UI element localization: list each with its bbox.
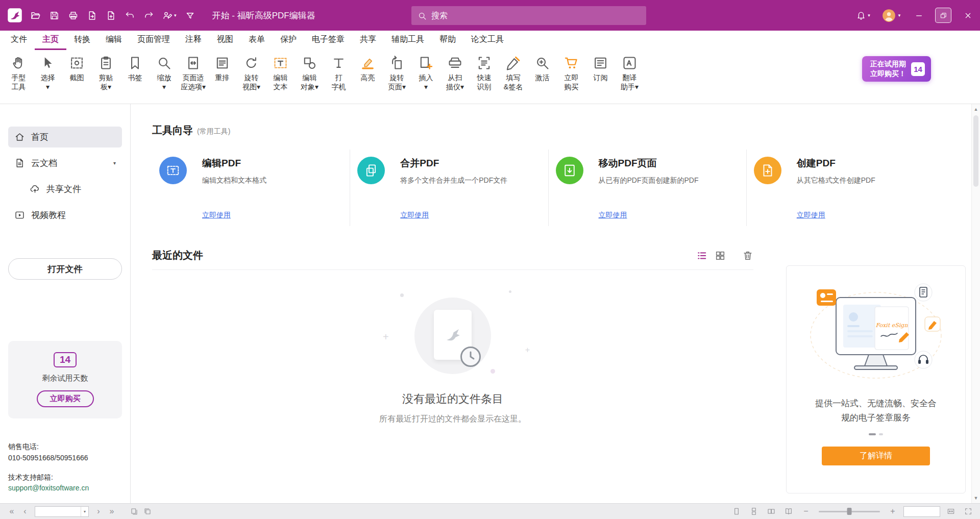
menu-item[interactable]: 页面管理 [130,31,178,50]
learn-more-button[interactable]: 了解详情 [822,447,930,465]
ribbon-tool[interactable]: 立即 购买 [557,54,586,92]
fullscreen-button[interactable] [962,505,975,517]
ribbon-tool[interactable]: 从扫 描仪▾ [440,54,470,92]
quick-action-button[interactable] [27,7,44,24]
continuous-view-button[interactable] [747,505,761,517]
menu-item[interactable]: 文件 [3,31,35,50]
page-dropdown-caret[interactable]: ▾ [81,507,88,516]
support-email-link[interactable]: support@foxitsoftware.cn [8,483,122,494]
minimize-button[interactable] [906,0,931,31]
list-view-button[interactable] [696,250,707,261]
ribbon-tool[interactable]: 选择 ▾ [33,54,62,92]
ribbon-tool[interactable]: 翻译 助手▾ [615,54,644,92]
use-now-link[interactable]: 立即使用 [599,211,627,220]
close-button[interactable] [955,0,980,31]
next-page-button[interactable]: › [92,505,105,517]
menu-item[interactable]: 编辑 [98,31,130,50]
quick-action-button[interactable] [64,7,82,24]
ribbon-tool[interactable]: 手型 工具 [4,54,33,92]
menu-item[interactable]: 电子签章 [304,31,352,50]
search-input[interactable] [431,11,640,20]
quick-action-button[interactable] [83,7,101,24]
sidebar-item[interactable]: 首页 [8,127,122,147]
restore-button[interactable] [931,0,955,31]
scrollbar-thumb[interactable] [973,115,978,187]
quick-action-button[interactable]: ▾ [159,7,180,24]
scroll-up-arrow[interactable]: ▲ [972,105,980,113]
fit-width-button[interactable] [944,505,958,517]
menu-item[interactable]: 帮助 [432,31,463,50]
zoom-slider[interactable] [819,511,880,512]
menu-item[interactable]: 视图 [209,31,241,50]
zoom-slider-thumb[interactable] [847,508,852,515]
quick-action-button[interactable] [102,7,120,24]
ribbon-tool[interactable]: 旋转 视图▾ [237,54,266,92]
quick-action-button[interactable] [181,7,199,24]
ribbon-tool[interactable]: 书签 [120,54,150,83]
quick-action-button[interactable] [121,7,139,24]
ribbon-tool[interactable]: 编辑 文本 [266,54,295,92]
menu-item[interactable]: 共享 [352,31,384,50]
carousel-dot[interactable] [879,433,883,435]
next-view-button[interactable] [141,505,154,517]
page-number-box[interactable]: ▾ [35,506,89,517]
zoom-out-button[interactable]: − [799,505,813,517]
page-number-input[interactable] [35,507,81,516]
carousel-dot-active[interactable] [869,433,876,435]
grid-view-button[interactable] [715,250,726,261]
sidebar-item[interactable]: 云文档 ▾ [8,153,122,174]
first-page-button[interactable]: « [5,505,18,517]
ribbon-tool[interactable]: 缩放 ▾ [150,54,179,92]
zoom-level-input[interactable] [904,507,940,516]
account-button[interactable]: ▾ [876,0,906,31]
ribbon-tool[interactable]: 截图 [62,54,91,83]
ribbon-tool[interactable]: 订阅 [586,54,615,83]
zoom-level-box[interactable] [903,506,940,517]
foxit-logo[interactable] [7,8,22,23]
previous-page-button[interactable]: ‹ [18,505,32,517]
ribbon-tool[interactable]: 剪贴 板▾ [91,54,120,92]
ribbon-tool[interactable]: 快速 识别 [470,54,499,92]
menu-item[interactable]: 辅助工具 [384,31,432,50]
ribbon-tool[interactable]: 重排 [208,54,237,83]
last-page-button[interactable]: » [105,505,118,517]
tool-card[interactable]: 创建PDF 从其它格式文件创建PDF 立即使用 [746,150,944,226]
notifications-button[interactable]: ▾ [850,0,876,31]
tool-card[interactable]: 合并PDF 将多个文件合并生成一个PDF文件 立即使用 [350,150,548,226]
ribbon-tool[interactable]: 编辑 对象▾ [295,54,324,92]
ribbon-tool[interactable]: 旋转 页面▾ [382,54,411,92]
menu-item[interactable]: 主页 [35,31,66,50]
menu-item[interactable]: 论文工具 [463,31,511,50]
open-file-button[interactable]: 打开文件 [8,258,122,280]
ribbon-tool[interactable]: 激活 [528,54,557,83]
quick-action-button[interactable] [45,7,63,24]
book-view-button[interactable] [782,505,795,517]
vertical-scrollbar[interactable]: ▲ ▼ [971,104,980,503]
ribbon-tool[interactable]: 打 字机 [324,54,353,92]
buy-now-button[interactable]: 立即购买 [37,390,94,407]
single-page-view-button[interactable] [730,505,743,517]
clear-recent-button[interactable] [742,250,753,261]
menu-item[interactable]: 表单 [241,31,273,50]
ribbon-tool[interactable]: 填写 &签名 [499,54,528,92]
menu-item[interactable]: 保护 [273,31,304,50]
use-now-link[interactable]: 立即使用 [400,211,429,220]
menu-item[interactable]: 转换 [66,31,98,50]
sidebar-item[interactable]: 视频教程 [8,205,122,226]
use-now-link[interactable]: 立即使用 [202,211,231,220]
trial-buy-badge[interactable]: 正在试用期 立即购买！ 14 [862,56,931,82]
tool-card[interactable]: 编辑PDF 编辑文档和文本格式 立即使用 [152,150,350,226]
scroll-down-arrow[interactable]: ▼ [972,494,980,502]
use-now-link[interactable]: 立即使用 [797,211,825,220]
zoom-in-button[interactable]: + [886,505,899,517]
quick-action-button[interactable] [140,7,158,24]
sidebar-item[interactable]: 共享文件 [23,179,122,200]
previous-view-button[interactable] [128,505,141,517]
tool-card[interactable]: 移动PDF页面 从已有的PDF页面创建新的PDF 立即使用 [548,150,746,226]
search-box[interactable] [411,6,646,25]
ribbon-tool[interactable]: 页面适 应选项▾ [179,54,208,92]
ribbon-tool[interactable]: 高亮 [353,54,382,83]
menu-item[interactable]: 注释 [178,31,209,50]
facing-view-button[interactable] [765,505,778,517]
ribbon-tool[interactable]: 插入 ▾ [411,54,440,92]
